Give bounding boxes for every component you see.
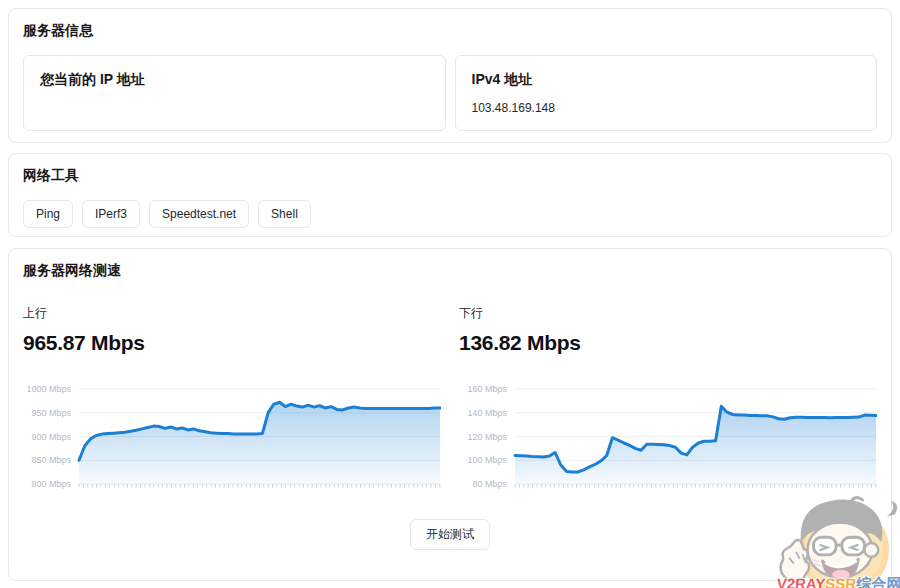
svg-text:140 Mbps: 140 Mbps — [467, 408, 507, 418]
tool-button-speedtest-net[interactable]: Speedtest.net — [149, 200, 249, 228]
speed-test-title: 服务器网络测速 — [23, 262, 877, 278]
section-network-tools: 网络工具 PingIPerf3Speedtest.netShell — [8, 153, 892, 237]
card-current-ip: 您当前的 IP 地址 — [23, 55, 446, 131]
network-tools-buttons: PingIPerf3Speedtest.netShell — [23, 200, 877, 228]
server-info-cards: 您当前的 IP 地址 IPv4 地址 103.48.169.148 — [23, 55, 877, 131]
page: 服务器信息 您当前的 IP 地址 IPv4 地址 103.48.169.148 … — [0, 0, 900, 588]
download-panel: 下行 136.82 Mbps 160 Mbps140 Mbps120 Mbps1… — [459, 306, 877, 493]
speed-test-panels: 上行 965.87 Mbps 1000 Mbps950 Mbps900 Mbps… — [23, 306, 877, 493]
card-ipv4: IPv4 地址 103.48.169.148 — [455, 55, 878, 131]
tool-button-iperf3[interactable]: IPerf3 — [82, 200, 140, 228]
card-ipv4-value: 103.48.169.148 — [472, 101, 861, 115]
svg-text:850 Mbps: 850 Mbps — [31, 455, 71, 465]
svg-text:80 Mbps: 80 Mbps — [472, 479, 507, 489]
tool-button-shell[interactable]: Shell — [258, 200, 311, 228]
download-label: 下行 — [459, 306, 877, 320]
download-chart: 160 Mbps140 Mbps120 Mbps100 Mbps80 Mbps — [459, 381, 877, 493]
svg-text:950 Mbps: 950 Mbps — [31, 408, 71, 418]
start-test-row: 开始测试 — [23, 519, 877, 550]
svg-text:800 Mbps: 800 Mbps — [31, 479, 71, 489]
svg-text:1000 Mbps: 1000 Mbps — [26, 384, 71, 394]
upload-panel: 上行 965.87 Mbps 1000 Mbps950 Mbps900 Mbps… — [23, 306, 441, 493]
svg-text:120 Mbps: 120 Mbps — [467, 432, 507, 442]
section-server-info: 服务器信息 您当前的 IP 地址 IPv4 地址 103.48.169.148 — [8, 8, 892, 143]
tool-button-ping[interactable]: Ping — [23, 200, 73, 228]
card-current-ip-title: 您当前的 IP 地址 — [40, 70, 429, 88]
svg-text:900 Mbps: 900 Mbps — [31, 432, 71, 442]
svg-text:100 Mbps: 100 Mbps — [467, 455, 507, 465]
network-tools-title: 网络工具 — [23, 167, 877, 183]
card-ipv4-title: IPv4 地址 — [472, 70, 861, 88]
upload-label: 上行 — [23, 306, 441, 320]
upload-speed-value: 965.87 Mbps — [23, 331, 441, 355]
upload-chart: 1000 Mbps950 Mbps900 Mbps850 Mbps800 Mbp… — [23, 381, 441, 493]
svg-text:160 Mbps: 160 Mbps — [467, 384, 507, 394]
start-test-button[interactable]: 开始测试 — [410, 519, 490, 550]
section-speed-test: 服务器网络测速 上行 965.87 Mbps 1000 Mbps950 Mbps… — [8, 248, 892, 581]
server-info-title: 服务器信息 — [23, 22, 877, 38]
download-speed-value: 136.82 Mbps — [459, 331, 877, 355]
